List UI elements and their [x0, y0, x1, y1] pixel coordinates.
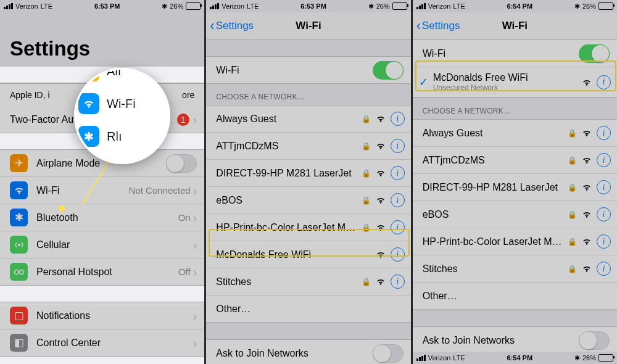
wifi-toggle-row[interactable]: Wi-Fi	[413, 40, 617, 67]
airplane-toggle[interactable]	[166, 154, 197, 173]
choose-network-header: CHOOSE A NETWORK…	[206, 84, 410, 105]
info-icon[interactable]: i	[597, 207, 611, 221]
wifi-signal-icon	[376, 196, 386, 204]
network-row[interactable]: ATTjmCDzMS🔒i	[413, 147, 617, 174]
connected-network-row[interactable]: ✓ McDonalds Free WiFi Unsecured Network …	[413, 67, 617, 97]
info-icon[interactable]: i	[597, 75, 611, 89]
checkmark-icon: ✓	[419, 75, 428, 89]
wifi-row[interactable]: Wi-Fi Not Connected ›	[0, 177, 204, 204]
back-button[interactable]: ‹Settings	[210, 18, 254, 34]
info-icon[interactable]: i	[391, 112, 405, 126]
wifi-signal-icon	[582, 210, 592, 218]
info-icon[interactable]: i	[391, 275, 405, 289]
wifi-signal-icon	[376, 115, 386, 123]
info-icon[interactable]: i	[597, 153, 611, 167]
page-title: Settings	[0, 12, 204, 67]
ask-to-join-row[interactable]: Ask to Join Networks	[413, 327, 617, 354]
info-icon[interactable]: i	[391, 139, 405, 153]
network-row[interactable]: ATTjmCDzMS🔒i	[206, 133, 410, 160]
chevron-right-icon: ›	[193, 310, 197, 322]
info-icon[interactable]: i	[391, 220, 405, 234]
status-bar: VerizonLTE 6:53 PM ✱26%	[0, 0, 204, 12]
bluetooth-row[interactable]: ✱ Bluetooth On ›	[0, 204, 204, 231]
bluetooth-icon: ✱	[10, 209, 28, 226]
control-center-row[interactable]: ◧ Control Center ›	[0, 329, 204, 356]
ask-toggle[interactable]	[373, 344, 404, 363]
network-row[interactable]: Stitches🔒i	[413, 255, 617, 283]
status-time: 6:53 PM	[52, 2, 162, 10]
network-row[interactable]: McDonalds Free WiFii	[206, 241, 410, 268]
hotspot-row[interactable]: Personal Hotspot Off ›	[0, 259, 204, 285]
chevron-right-icon: ›	[193, 337, 197, 349]
lock-icon: 🔒	[362, 278, 371, 286]
svg-point-2	[19, 270, 23, 274]
lock-icon: 🔒	[362, 115, 371, 123]
ask-toggle[interactable]	[579, 331, 610, 350]
wifi-toggle[interactable]	[579, 44, 610, 63]
chevron-right-icon: ›	[193, 114, 197, 126]
wifi-signal-icon	[582, 129, 592, 137]
network-row[interactable]: Stitches🔒i	[206, 268, 410, 296]
status-bar: VerizonLTE 6:53 PM ✱26%	[206, 0, 410, 12]
lock-icon: 🔒	[568, 265, 577, 273]
battery-icon	[186, 2, 201, 10]
info-icon[interactable]: i	[597, 262, 611, 276]
info-icon[interactable]: i	[391, 166, 405, 180]
screen-settings: VerizonLTE 6:53 PM ✱26% Settings Apple I…	[0, 0, 206, 364]
lock-icon: 🔒	[362, 196, 371, 205]
notifications-row[interactable]: ▢ Notifications ›	[0, 302, 204, 329]
network-row[interactable]: HP-Print-bc-Color LaserJet M…🔒i	[413, 228, 617, 255]
airplane-icon: ✈	[10, 154, 28, 172]
wifi-signal-icon	[376, 169, 386, 177]
network-row[interactable]: DIRECT-99-HP M281 LaserJet🔒i	[413, 174, 617, 201]
back-button[interactable]: ‹Settings	[416, 18, 460, 34]
ask-to-join-row[interactable]: Ask to Join Networks	[206, 340, 410, 364]
network-row[interactable]: eBOS🔒i	[206, 187, 410, 214]
network-row[interactable]: Other…	[413, 283, 617, 310]
lock-icon: 🔒	[362, 223, 371, 232]
network-row[interactable]: eBOS🔒i	[413, 201, 617, 228]
screen-wifi-connected: VerizonLTE 6:54 PM ✱26% ‹Settings Wi-Fi …	[413, 0, 617, 364]
info-icon[interactable]: i	[597, 180, 611, 194]
wifi-signal-icon	[376, 278, 386, 286]
lock-icon: 🔒	[568, 156, 577, 165]
nav-title: Wi-Fi	[296, 20, 321, 32]
network-row[interactable]: Other…	[206, 296, 410, 323]
status-bar: VerizonLTE 6:54 PM ✱26%	[413, 0, 617, 12]
wifi-toggle-row[interactable]: Wi-Fi	[206, 57, 410, 83]
wifi-signal-icon	[376, 250, 386, 259]
network-row[interactable]: DIRECT-99-HP M281 LaserJet🔒i	[206, 160, 410, 187]
lock-icon: 🔒	[568, 183, 577, 192]
info-icon[interactable]: i	[391, 193, 405, 207]
badge: 1	[177, 114, 189, 126]
wifi-signal-icon	[582, 183, 592, 191]
status-bar-peek: VerizonLTE 6:54 PM ✱26%	[413, 352, 617, 364]
network-row[interactable]: Always Guest🔒i	[413, 120, 617, 147]
network-row[interactable]: HP-Print-bc-Color LaserJet M…🔒i	[206, 214, 410, 241]
wifi-toggle[interactable]	[373, 61, 404, 80]
network-row[interactable]: Always Guest🔒i	[206, 105, 410, 133]
info-icon[interactable]: i	[597, 126, 611, 140]
magnifier: ✈Aiı Wi-Fi ✱Rlı	[74, 68, 170, 164]
wifi-signal-icon	[582, 78, 592, 86]
bluetooth-icon: ✱	[162, 2, 167, 10]
wifi-icon	[10, 181, 28, 199]
wifi-signal-icon	[376, 142, 386, 150]
wifi-signal-icon	[582, 156, 592, 164]
svg-point-0	[18, 244, 20, 246]
cellular-row[interactable]: Cellular ›	[0, 231, 204, 259]
lock-icon: 🔒	[568, 210, 577, 219]
nav-bar: ‹Settings Wi-Fi	[206, 12, 410, 40]
lock-icon: 🔒	[568, 129, 577, 138]
cellular-icon	[10, 236, 28, 254]
wifi-signal-icon	[582, 265, 592, 273]
choose-network-header: CHOOSE A NETWORK…	[413, 98, 617, 119]
info-icon[interactable]: i	[597, 234, 611, 249]
screen-wifi-list: VerizonLTE 6:53 PM ✱26% ‹Settings Wi-Fi …	[206, 0, 412, 364]
chevron-right-icon: ›	[193, 184, 197, 197]
svg-point-1	[14, 270, 19, 274]
control-center-icon: ◧	[10, 334, 28, 352]
chevron-right-icon: ›	[193, 266, 197, 278]
signal-icon	[4, 3, 13, 9]
info-icon[interactable]: i	[391, 247, 405, 262]
